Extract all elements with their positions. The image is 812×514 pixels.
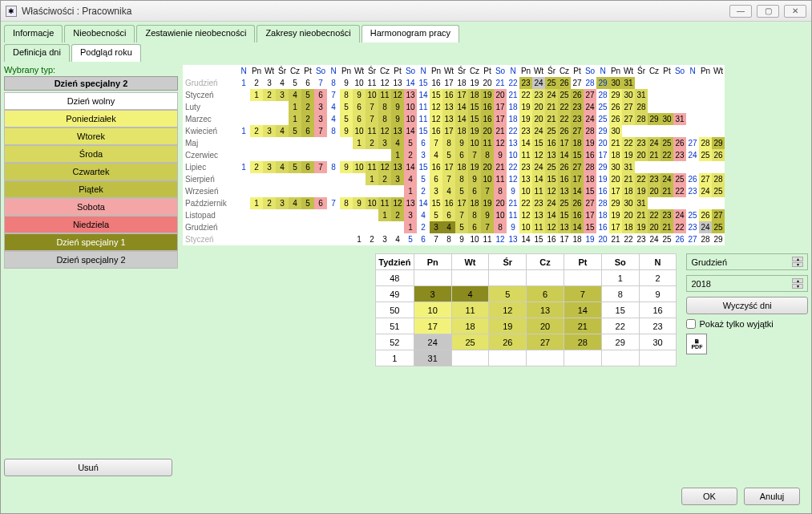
year-selector[interactable]: 2018 ▴▾ xyxy=(686,275,808,292)
selected-type-label: Wybrany typ: xyxy=(4,65,178,75)
main-tab[interactable]: Nieobecności xyxy=(64,25,135,42)
day-type-item[interactable]: Wtorek xyxy=(4,127,178,145)
main-tab[interactable]: Zakresy nieobecności xyxy=(257,25,359,42)
day-type-panel: Wybrany typ: Dzień specjalny 2 Dzień wol… xyxy=(4,65,178,483)
calendar-panel: NPnWtŚrCzPtSoNPnWtŚrCzPtSoNPnWtŚrCzPtSoN… xyxy=(183,65,808,483)
window-body: InformacjeNieobecnościZestawienie nieobe… xyxy=(1,22,811,513)
day-type-item[interactable]: Poniedziałek xyxy=(4,110,178,127)
day-type-item[interactable]: Niedziela xyxy=(4,216,178,233)
delete-button[interactable]: Usuń xyxy=(4,459,172,476)
only-exceptions-label: Pokaż tylko wyjątki xyxy=(699,319,773,329)
selected-type-display: Dzień specjalny 2 xyxy=(4,76,178,91)
main-tab[interactable]: Informacje xyxy=(4,25,63,42)
only-exceptions-input[interactable] xyxy=(686,319,696,329)
export-pdf-button[interactable]: 🗎 PDF xyxy=(686,334,707,354)
day-type-item[interactable]: Środa xyxy=(4,145,178,163)
properties-window: ✱ Właściwości : Pracownika — ▢ ✕ Informa… xyxy=(0,0,812,514)
maximize-button[interactable]: ▢ xyxy=(757,5,779,18)
main-tab[interactable]: Harmonogram pracy xyxy=(362,25,459,42)
year-value: 2018 xyxy=(691,279,710,289)
sub-tab[interactable]: Podgląd roku xyxy=(71,44,141,62)
day-type-item[interactable]: Czwartek xyxy=(4,163,178,180)
close-button[interactable]: ✕ xyxy=(784,5,806,18)
window-title: Właściwości : Pracownika xyxy=(22,6,131,17)
year-overview-table[interactable]: NPnWtŚrCzPtSoNPnWtŚrCzPtSoNPnWtŚrCzPtSoN… xyxy=(183,65,725,245)
day-type-item[interactable]: Dzień specjalny 1 xyxy=(4,233,178,251)
month-selector[interactable]: Grudzień ▴▾ xyxy=(686,253,808,270)
day-type-item[interactable]: Sobota xyxy=(4,198,178,216)
day-type-item[interactable]: Dzień specjalny 2 xyxy=(4,251,178,269)
week-detail-table[interactable]: TydzieńPnWtŚrCzPtSoN48124934567895010111… xyxy=(375,253,677,366)
app-icon: ✱ xyxy=(6,6,17,17)
calendar-controls: Grudzień ▴▾ 2018 ▴▾ Wyczyść dni Pokaż ty… xyxy=(686,253,808,354)
pdf-icon: 🗎 xyxy=(694,338,700,344)
day-type-item[interactable]: Piątek xyxy=(4,180,178,198)
ok-button[interactable]: OK xyxy=(681,488,737,505)
main-tab[interactable]: Zestawienie nieobecności xyxy=(136,25,255,42)
pdf-label: PDF xyxy=(691,344,702,350)
sub-tab[interactable]: Definicja dni xyxy=(4,44,70,62)
main-tabs: InformacjeNieobecnościZestawienie nieobe… xyxy=(4,25,808,42)
titlebar: ✱ Właściwości : Pracownika — ▢ ✕ xyxy=(1,1,811,22)
dialog-footer: OK Anuluj xyxy=(4,483,808,510)
sub-tabs: Definicja dniPodgląd roku xyxy=(4,44,808,62)
day-type-item[interactable]: Dzień wolny xyxy=(4,92,178,110)
day-type-list: Dzień wolnyPoniedziałekWtorekŚrodaCzwart… xyxy=(4,92,178,459)
cancel-button[interactable]: Anuluj xyxy=(744,488,800,505)
month-value: Grudzień xyxy=(691,257,727,267)
clear-days-button[interactable]: Wyczyść dni xyxy=(686,297,808,314)
minimize-button[interactable]: — xyxy=(729,5,752,18)
only-exceptions-checkbox[interactable]: Pokaż tylko wyjątki xyxy=(686,319,808,329)
